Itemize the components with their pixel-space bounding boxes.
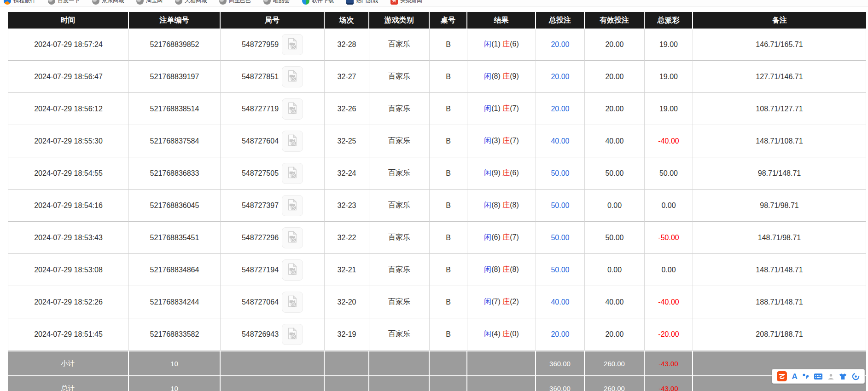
player-score: (6): [491, 233, 501, 241]
table-no-cell: B: [430, 157, 467, 190]
table-no-cell: B: [430, 254, 467, 286]
bookmark-item[interactable]: 淘宝网: [136, 0, 163, 5]
total-bet-link[interactable]: 20.00: [551, 73, 569, 80]
bookmark-label: 百度一下: [58, 0, 80, 5]
total-bet-cell: 50.00: [536, 190, 585, 222]
total-bet-link[interactable]: 40.00: [551, 137, 569, 145]
player-score: (9): [491, 169, 501, 177]
round-number: 548727851: [242, 73, 279, 80]
bet-id-cell: 521768835451: [129, 222, 221, 254]
table-no-cell: B: [430, 222, 467, 254]
time-cell: 2024-07-29 18:55:30: [8, 125, 129, 157]
account-icon[interactable]: [827, 373, 834, 380]
video-replay-button[interactable]: [282, 163, 303, 184]
session-cell-text: 32-20: [338, 298, 356, 306]
banker-label: 庄: [502, 330, 510, 338]
table-row: 2024-07-29 18:53:43521768835451548727296…: [8, 222, 866, 254]
time-cell-text: 2024-07-29 18:51:45: [34, 330, 103, 338]
footer-empty-cell: [325, 375, 369, 391]
total-bet-link[interactable]: 50.00: [551, 266, 569, 274]
game-type-cell: 百家乐: [369, 29, 430, 61]
bookmark-item[interactable]: 阿里巴巴: [219, 0, 251, 5]
bet-records-table: 时间注单编号局号场次游戏类别桌号结果总投注有效投注总派彩备注 2024-07-2…: [8, 12, 866, 391]
toolbox-icon[interactable]: [852, 373, 860, 380]
bookmark-item[interactable]: 携程旅行: [4, 0, 35, 5]
table-no-cell-text: B: [446, 234, 451, 242]
bet-id-cell: 521768838514: [129, 93, 221, 125]
punctuation-icon[interactable]: [802, 373, 809, 380]
video-replay-button[interactable]: [282, 259, 303, 281]
footer-label: 总计: [61, 384, 75, 391]
total-bet-link[interactable]: 50.00: [551, 169, 569, 177]
video-replay-button[interactable]: [282, 227, 303, 248]
bet-id-cell: 521768836045: [129, 190, 221, 222]
sogou-logo-icon[interactable]: [777, 371, 787, 381]
total-bet-link[interactable]: 40.00: [551, 298, 569, 306]
bet-id-cell-text: 521768834864: [150, 266, 199, 274]
skin-icon[interactable]: [839, 373, 847, 380]
video-replay-button[interactable]: [282, 66, 303, 87]
video-file-icon: [286, 327, 299, 341]
english-mode-icon[interactable]: A: [792, 373, 798, 380]
bookmark-item[interactable]: 软件下载: [302, 0, 334, 5]
time-cell: 2024-07-29 18:51:45: [8, 318, 129, 351]
total-bet-cell: 40.00: [536, 286, 585, 318]
session-cell: 32-27: [325, 61, 369, 93]
video-replay-button[interactable]: [282, 34, 303, 55]
payout-cell: 19.00: [645, 93, 693, 125]
round-number: 548727064: [242, 298, 279, 306]
video-replay-button[interactable]: [282, 131, 303, 152]
total-bet-link[interactable]: 50.00: [551, 234, 569, 242]
time-cell: 2024-07-29 18:52:26: [8, 286, 129, 318]
bookmark-item[interactable]: 热门游戏: [346, 0, 378, 5]
table-row: 2024-07-29 18:56:12521768838514548727719…: [8, 93, 866, 125]
footer-empty-cell: [467, 351, 536, 375]
bet-id-cell-text: 521768833582: [150, 330, 199, 338]
video-file-icon: [286, 295, 299, 309]
bookmark-item[interactable]: 京东商城: [92, 0, 124, 5]
session-cell-text: 32-22: [338, 234, 356, 242]
total-bet-link[interactable]: 20.00: [551, 105, 569, 113]
bookmark-item[interactable]: 百度一下: [48, 0, 80, 5]
column-header: 游戏类别: [369, 12, 430, 29]
game-type-cell: 百家乐: [369, 157, 430, 190]
video-file-icon: [286, 198, 299, 213]
banker-label: 庄: [502, 233, 510, 241]
bet-id-cell: 521768837584: [129, 125, 221, 157]
round-number: 548727296: [242, 234, 279, 242]
video-replay-button[interactable]: [282, 98, 303, 120]
footer-empty-cell: [221, 351, 325, 375]
alibaba-icon: [219, 0, 227, 5]
software-download-icon: [302, 0, 309, 5]
total-bet-link[interactable]: 50.00: [551, 201, 569, 209]
remark-cell-text: 146.71/165.71: [756, 40, 803, 48]
remark-cell: 98.71/148.71: [693, 157, 866, 190]
footer-count: 10: [170, 385, 178, 391]
video-file-icon: [286, 263, 299, 277]
session-cell: 32-21: [325, 254, 369, 286]
remark-cell: 208.71/188.71: [693, 318, 866, 351]
bookmark-item[interactable]: 头头条新闻: [390, 0, 422, 5]
video-replay-button[interactable]: [282, 195, 303, 216]
remark-cell-text: 127.71/146.71: [756, 73, 803, 80]
game-type-cell-text: 百家乐: [388, 104, 410, 112]
footer-empty-cell: [430, 375, 467, 391]
remark-cell: 108.71/127.71: [693, 93, 866, 125]
video-replay-button[interactable]: [282, 292, 303, 313]
total-bet-link[interactable]: 20.00: [551, 330, 569, 338]
bookmark-item[interactable]: 天猫商城: [175, 0, 207, 5]
banker-score: (7): [510, 137, 519, 144]
remark-cell: 146.71/165.71: [693, 29, 866, 61]
payout-cell: 50.00: [645, 157, 693, 190]
round-number: 548727719: [242, 105, 279, 113]
bookmark-item[interactable]: 唯品会: [263, 0, 290, 5]
soft-keyboard-icon[interactable]: [814, 373, 823, 380]
bookmark-label: 唯品会: [273, 0, 290, 5]
footer-total-bet-cell: 360.00: [536, 351, 585, 375]
table-no-cell-text: B: [446, 201, 451, 209]
video-replay-button[interactable]: [282, 324, 303, 345]
table-no-cell: B: [430, 318, 467, 351]
total-bet-link[interactable]: 20.00: [551, 40, 569, 48]
session-cell-text: 32-28: [338, 40, 356, 48]
session-cell-text: 32-19: [338, 330, 356, 338]
